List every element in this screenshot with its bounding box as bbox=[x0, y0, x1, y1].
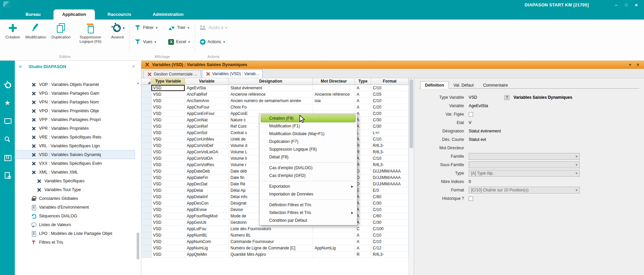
cell-variable[interactable]: AppConNat bbox=[185, 117, 229, 123]
cell-type[interactable]: A bbox=[355, 232, 371, 239]
context-menu-item[interactable] bbox=[262, 181, 354, 181]
cell-type[interactable]: A bbox=[355, 219, 371, 226]
row-selector[interactable] bbox=[141, 136, 151, 143]
context-menu-item[interactable]: Modification Globale (Maj+F1) bbox=[260, 130, 356, 138]
cell-type[interactable]: A bbox=[355, 194, 371, 200]
scrollbar-thumb[interactable] bbox=[409, 79, 413, 148]
cell-type-variable[interactable]: VSD bbox=[151, 200, 185, 207]
ribbon-large-button[interactable]: Avancé bbox=[108, 21, 127, 45]
cell-type[interactable]: A bbox=[355, 200, 371, 207]
rail-icon-button[interactable] bbox=[0, 80, 15, 90]
select-all-header[interactable] bbox=[141, 78, 151, 85]
table-row[interactable]: VSD AncFabRef Ancienne référence Ancienn… bbox=[141, 91, 408, 98]
row-selector[interactable] bbox=[141, 207, 151, 213]
cell-mot-directeur[interactable] bbox=[313, 251, 355, 258]
sidebar-tree-item[interactable]: Constantes Globales bbox=[15, 194, 135, 203]
cell-type-variable[interactable]: VSD bbox=[151, 239, 185, 245]
cell-variable[interactable]: AppConVolOA bbox=[185, 155, 229, 162]
cell-type-variable[interactable]: VSD bbox=[151, 155, 185, 162]
collapse-icon[interactable] bbox=[19, 63, 22, 69]
cell-format[interactable]: C/10 bbox=[371, 85, 408, 91]
cell-designation[interactable]: Liste des Fournisseurs bbox=[229, 226, 313, 232]
cell-mot-directeur[interactable]: Ancienne référence bbox=[313, 91, 355, 98]
cell-type[interactable]: R bbox=[355, 149, 371, 155]
cell-type-variable[interactable]: VSD bbox=[151, 85, 185, 91]
context-menu-item[interactable]: Sélection Filtres et Tris bbox=[260, 209, 356, 217]
field-combo[interactable]: [C/10] Chaîne sur 10 Position(s) bbox=[469, 187, 580, 193]
context-menu-item[interactable]: Importation de Données bbox=[260, 190, 356, 198]
cell-designation[interactable]: Statut évènement bbox=[229, 85, 313, 91]
cell-format[interactable]: C/30 bbox=[371, 117, 408, 123]
menu-tab[interactable]: Administration bbox=[144, 9, 192, 20]
ribbon-small-button[interactable]: Vues bbox=[132, 38, 159, 46]
document-tab[interactable]: Gestion Commerciale ... bbox=[143, 70, 201, 78]
rail-icon-button[interactable] bbox=[0, 152, 15, 162]
cell-type[interactable]: A bbox=[355, 245, 371, 251]
cell-type[interactable]: D bbox=[355, 175, 371, 181]
sidebar-tree-item[interactable]: XML : Variables XML bbox=[15, 168, 135, 177]
cell-variable[interactable]: AppDesCon bbox=[185, 200, 229, 207]
sidebar-tree-item[interactable]: VPR : Variables Propriétés bbox=[15, 124, 135, 133]
cell-type[interactable]: A bbox=[355, 98, 371, 104]
ribbon-small-button[interactable]: Filtrer bbox=[132, 24, 159, 32]
cell-variable[interactable]: AncFabRef bbox=[185, 91, 229, 98]
context-menu-item[interactable]: Modification (F1) bbox=[260, 122, 356, 130]
cell-designation[interactable]: Ancienne référence bbox=[229, 91, 313, 98]
cell-type[interactable]: A bbox=[355, 136, 371, 143]
cell-format[interactable]: C/20 bbox=[371, 104, 408, 111]
row-selector[interactable] bbox=[141, 111, 151, 117]
cell-type-variable[interactable]: VSD bbox=[151, 162, 185, 168]
cell-type[interactable]: A bbox=[355, 85, 371, 91]
row-selector[interactable] bbox=[141, 117, 151, 123]
cell-type[interactable]: R bbox=[355, 251, 371, 258]
cell-type-variable[interactable]: VSD bbox=[151, 219, 185, 226]
sidebar-tree-item[interactable]: VPG : Variables Partagées Gam bbox=[15, 89, 135, 98]
row-selector[interactable] bbox=[141, 98, 151, 104]
sidebar-tree-item[interactable]: Filtres et Tris bbox=[15, 238, 135, 247]
cell-format[interactable]: C/10 bbox=[371, 98, 408, 104]
cell-type-variable[interactable]: VSD bbox=[151, 143, 185, 149]
cell-format[interactable]: R/6,3- bbox=[371, 251, 408, 258]
field-checkbox[interactable] bbox=[469, 112, 473, 117]
cell-type-variable[interactable]: VSD bbox=[151, 130, 185, 136]
cell-variable[interactable]: AppConVolDef bbox=[185, 143, 229, 149]
cell-type[interactable]: A bbox=[355, 104, 371, 111]
rail-icon-button[interactable] bbox=[0, 98, 15, 108]
context-menu-item[interactable] bbox=[262, 200, 354, 200]
sidebar-tree-item[interactable]: VRL : Variables Spécifiques Lign bbox=[15, 142, 135, 150]
cell-format[interactable]: R/6,3- bbox=[371, 162, 408, 168]
row-selector[interactable] bbox=[141, 200, 151, 207]
cell-variable[interactable]: AppDateFin bbox=[185, 175, 229, 181]
cell-variable[interactable]: AppConVolLieOA bbox=[185, 149, 229, 155]
sidebar-tree-item[interactable]: LPO : Modèles de Liste Partagée Objet bbox=[15, 229, 135, 238]
detail-tab[interactable]: Définition bbox=[420, 81, 449, 89]
cell-type[interactable]: R bbox=[355, 162, 371, 168]
cell-type-variable[interactable]: VSD bbox=[151, 251, 185, 258]
document-tab[interactable]: Variables (VSD) : Variab... bbox=[202, 69, 263, 78]
cell-type-variable[interactable]: VSD bbox=[151, 175, 185, 181]
context-menu-item[interactable]: Cas d'emploi (GFD) bbox=[260, 172, 356, 180]
row-selector[interactable] bbox=[141, 91, 151, 98]
cell-format[interactable]: C/10 bbox=[371, 207, 408, 213]
cell-type[interactable]: L bbox=[355, 130, 371, 136]
row-selector[interactable] bbox=[141, 239, 151, 245]
panel-menu-icon[interactable] bbox=[628, 62, 633, 67]
cell-format[interactable]: C/30 bbox=[371, 219, 408, 226]
cell-type[interactable]: D bbox=[355, 168, 371, 175]
rail-icon-button[interactable] bbox=[0, 116, 15, 126]
cell-type-variable[interactable]: VSD bbox=[151, 226, 185, 232]
table-row[interactable]: VSD AppNumCom Commande Fournisseur A C/1… bbox=[141, 239, 408, 245]
cell-variable[interactable]: AppGesUti bbox=[185, 219, 229, 226]
context-menu-item[interactable]: Détail (F8) bbox=[260, 153, 356, 161]
sidebar-tree-item[interactable]: Variables Spécifiques bbox=[15, 177, 135, 185]
cell-type-variable[interactable]: VSD bbox=[151, 194, 185, 200]
column-header-type-variable[interactable]: Type Variable bbox=[151, 78, 185, 85]
cell-variable[interactable]: AppNumBL bbox=[185, 232, 229, 239]
cell-mot-directeur[interactable] bbox=[313, 232, 355, 239]
scrollbar-thumb[interactable] bbox=[137, 233, 139, 259]
cell-format[interactable]: C/60 bbox=[371, 213, 408, 219]
cell-variable[interactable]: AppDelaiInf bbox=[185, 194, 229, 200]
row-selector[interactable] bbox=[141, 213, 151, 219]
cell-format[interactable]: C/25 bbox=[371, 91, 408, 98]
context-menu-item[interactable]: Suppression Logique (F6) bbox=[260, 146, 356, 153]
